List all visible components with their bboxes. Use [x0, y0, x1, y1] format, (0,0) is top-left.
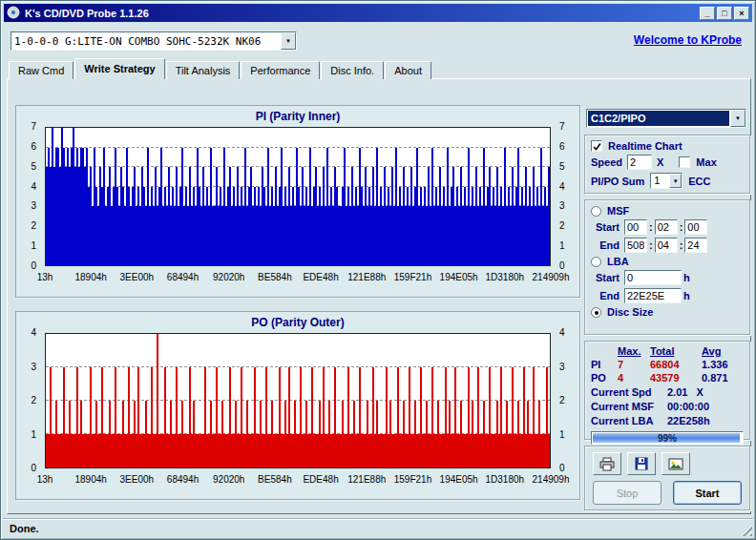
mode-selector[interactable]: C1C2/PIPO ▼ — [586, 109, 746, 128]
tab-strip: Raw Cmd Write Strategy Tilt Analysis Per… — [9, 58, 432, 79]
tab-raw-cmd[interactable]: Raw Cmd — [9, 61, 74, 79]
realtime-chart-label: Realtime Chart — [608, 140, 682, 152]
po-chart-title: PO (Parity Outer) — [16, 316, 579, 329]
y-tick-label: 2 — [31, 395, 36, 406]
y-tick-label: 5 — [31, 161, 36, 173]
y-tick-label: 3 — [31, 200, 36, 212]
lba-end-input[interactable] — [624, 288, 682, 303]
chevron-down-icon[interactable]: ▼ — [730, 110, 746, 127]
msf-start-min-input[interactable] — [624, 219, 647, 235]
tab-write-strategy[interactable]: Write Strategy — [74, 58, 164, 79]
msf-end-sec-input[interactable] — [655, 238, 678, 253]
current-lba-value: 22E258h — [667, 415, 710, 426]
current-speed-value: 2.01 X — [667, 386, 704, 398]
max-speed-checkbox[interactable] — [679, 156, 690, 168]
speed-label: Speed — [591, 156, 622, 168]
tab-tilt-analysis[interactable]: Tilt Analysis — [166, 61, 241, 79]
stats-pi-label: PI — [591, 359, 618, 370]
msf-end-row: End : : — [591, 238, 744, 253]
speed-unit-label: X — [657, 156, 663, 168]
stats-row-po: PO 4 43579 0.871 — [591, 372, 744, 384]
icon-button-bar — [593, 452, 742, 475]
lba-radio-row[interactable]: LBA — [591, 256, 744, 267]
welcome-link[interactable]: Welcome to KProbe — [634, 33, 742, 47]
save-button[interactable] — [627, 452, 656, 475]
y-tick-label: 4 — [31, 181, 36, 193]
y-tick-label: 3 — [559, 362, 565, 373]
disc-size-radio-icon[interactable] — [591, 307, 601, 318]
stats-group: Max. Total Avg PI 7 66804 1.336 PO 4 435… — [584, 341, 750, 440]
msf-start-label: Start — [591, 221, 620, 233]
y-tick-label: 3 — [559, 200, 565, 212]
x-tick-label: 68494h — [167, 474, 199, 485]
progress-label: 99% — [592, 432, 743, 444]
stop-button[interactable]: Stop — [593, 481, 662, 505]
realtime-chart-checkbox[interactable] — [591, 140, 602, 152]
tab-about[interactable]: About — [385, 61, 431, 79]
resize-grip[interactable] — [740, 524, 752, 536]
drive-selector[interactable]: 1-0-0-0 G:LITE-ON COMBO SOHC-5232K NK06 … — [10, 31, 297, 51]
scan-range-group: MSF Start : : End : : LBA — [584, 199, 750, 335]
pipo-sum-selector[interactable]: 1 ▼ — [650, 173, 682, 189]
tab-performance[interactable]: Performance — [241, 61, 320, 79]
pi-chart-title: PI (Parity Inner) — [16, 110, 579, 123]
msf-end-frame-input[interactable] — [684, 238, 707, 253]
lba-label: LBA — [607, 256, 629, 267]
x-tick-label: 92020h — [213, 474, 244, 485]
y-tick-label: 4 — [559, 327, 565, 339]
progress-bar: 99% — [591, 431, 744, 445]
current-lba-row: Current LBA 22E258h — [591, 415, 744, 426]
pi-y-axis-right: 01234567 — [555, 127, 579, 266]
close-button[interactable]: × — [734, 7, 749, 20]
gridline — [46, 366, 550, 367]
lba-start-input[interactable] — [624, 270, 682, 285]
po-plot-area — [45, 333, 551, 468]
current-msf-value: 00:00:00 — [667, 401, 709, 412]
po-chart: PO (Parity Outer) 01234 01234 13h18904h3… — [15, 311, 580, 500]
chevron-down-icon[interactable]: ▼ — [281, 32, 296, 50]
disc-size-radio-row[interactable]: Disc Size — [591, 306, 744, 318]
y-tick-label: 0 — [559, 260, 565, 272]
y-tick-label: 6 — [31, 141, 36, 153]
stats-row-pi: PI 7 66804 1.336 — [591, 359, 744, 370]
speed-input[interactable] — [627, 155, 652, 170]
bar — [548, 167, 550, 265]
current-speed-row: Current Spd 2.01 X — [591, 386, 744, 398]
x-tick-label: 92020h — [213, 272, 244, 282]
current-lba-label: Current LBA — [591, 415, 667, 426]
x-tick-label: 1D3180h — [486, 272, 525, 282]
chevron-down-icon[interactable]: ▼ — [669, 174, 682, 188]
y-tick-label: 1 — [559, 240, 565, 252]
floppy-disk-icon — [635, 457, 648, 470]
pi-y-axis-left: 01234567 — [16, 127, 41, 266]
y-tick-label: 4 — [31, 327, 36, 339]
msf-radio-icon[interactable] — [591, 206, 601, 217]
app-window: K's CD/DVD Probe 1.1.26 _ □ × 1-0-0-0 G:… — [0, 0, 756, 540]
lba-radio-icon[interactable] — [591, 257, 601, 267]
maximize-button[interactable]: □ — [717, 7, 732, 20]
current-speed-label: Current Spd — [591, 386, 667, 398]
y-tick-label: 2 — [31, 220, 36, 232]
po-x-axis: 13h18904h3EE00h68494h92020hBE584hEDE48h1… — [45, 472, 551, 488]
print-button[interactable] — [593, 452, 621, 475]
stats-po-max: 4 — [618, 372, 650, 384]
y-tick-label: 1 — [31, 240, 36, 252]
msf-end-min-input[interactable] — [624, 238, 647, 253]
y-tick-label: 4 — [559, 181, 565, 193]
y-tick-label: 5 — [559, 161, 565, 173]
export-image-button[interactable] — [662, 452, 690, 475]
msf-radio-row[interactable]: MSF — [591, 205, 744, 217]
minimize-button[interactable]: _ — [700, 7, 715, 20]
stats-pi-avg: 1.336 — [702, 359, 744, 370]
msf-start-row: Start : : — [591, 219, 744, 235]
current-msf-row: Current MSF 00:00:00 — [591, 401, 744, 412]
y-tick-label: 0 — [559, 463, 565, 474]
msf-start-sec-input[interactable] — [655, 219, 678, 235]
image-icon — [668, 458, 683, 470]
tab-disc-info[interactable]: Disc Info. — [321, 61, 384, 79]
msf-separator: : — [680, 239, 683, 251]
msf-start-frame-input[interactable] — [684, 219, 707, 235]
speed-row: Speed X Max — [591, 155, 744, 170]
x-tick-label: 214909h — [533, 474, 570, 485]
start-button[interactable]: Start — [673, 481, 742, 505]
